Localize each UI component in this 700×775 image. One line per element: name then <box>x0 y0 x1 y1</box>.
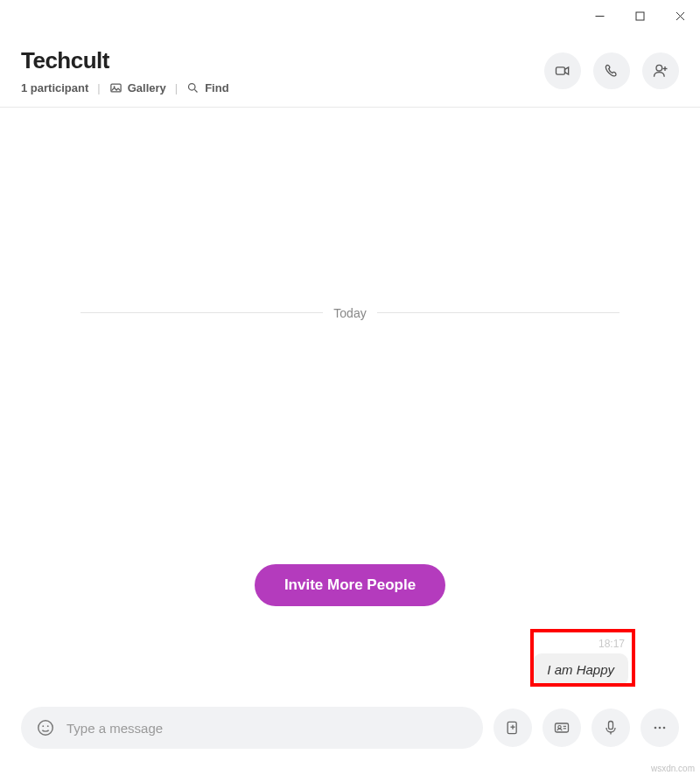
search-icon <box>186 81 200 94</box>
watermark: wsxdn.com <box>651 764 695 773</box>
svg-point-25 <box>659 727 662 730</box>
close-icon <box>676 11 685 21</box>
video-icon <box>554 62 571 80</box>
chat-title: Techcult <box>21 47 229 74</box>
date-label: Today <box>333 306 366 320</box>
voice-message-button[interactable] <box>592 709 630 747</box>
emoji-icon <box>36 718 55 737</box>
gallery-icon <box>109 81 122 94</box>
add-person-icon <box>652 62 669 80</box>
add-people-button[interactable] <box>642 52 679 89</box>
svg-point-26 <box>663 727 666 730</box>
input-container <box>21 707 483 749</box>
emoji-button[interactable] <box>33 716 58 740</box>
svg-rect-18 <box>556 723 569 732</box>
separator: | <box>97 81 100 94</box>
minimize-icon <box>595 11 605 21</box>
message-bubble[interactable]: I am Happy <box>533 653 628 686</box>
find-label: Find <box>205 81 228 94</box>
gallery-label: Gallery <box>128 81 166 94</box>
date-divider: Today <box>80 306 620 320</box>
contact-icon <box>553 719 570 737</box>
contact-card-button[interactable] <box>542 709 581 747</box>
more-icon <box>651 719 668 737</box>
svg-rect-1 <box>636 12 644 20</box>
gallery-button[interactable]: Gallery <box>109 81 166 94</box>
separator: | <box>175 81 178 94</box>
video-call-button[interactable] <box>544 52 581 89</box>
file-icon <box>504 719 522 737</box>
close-button[interactable] <box>660 2 700 30</box>
phone-icon <box>603 62 620 80</box>
minimize-button[interactable] <box>579 2 620 30</box>
outgoing-message-block: 18:17 I am Happy <box>21 638 679 686</box>
audio-call-button[interactable] <box>593 52 630 89</box>
maximize-button[interactable] <box>620 2 660 30</box>
chat-header: Techcult 1 participant | Gallery | Find <box>0 31 700 108</box>
svg-point-9 <box>656 65 662 71</box>
svg-point-24 <box>654 727 657 730</box>
svg-point-14 <box>47 725 49 727</box>
svg-point-6 <box>189 84 196 91</box>
invite-more-people-button[interactable]: Invite More People <box>255 564 445 606</box>
svg-rect-8 <box>556 67 565 74</box>
attach-file-button[interactable] <box>494 709 532 747</box>
maximize-icon <box>635 11 645 21</box>
chat-area: Today Invite More People 18:17 I am Happ… <box>0 108 700 707</box>
chat-subheader: 1 participant | Gallery | Find <box>21 81 229 94</box>
message-input[interactable] <box>58 721 476 736</box>
svg-rect-22 <box>609 722 613 730</box>
window-titlebar <box>0 0 700 31</box>
microphone-icon <box>602 719 620 737</box>
find-button[interactable]: Find <box>186 81 228 94</box>
svg-rect-15 <box>508 722 516 733</box>
svg-point-12 <box>38 721 53 736</box>
svg-rect-4 <box>111 84 121 92</box>
svg-point-19 <box>558 726 561 729</box>
message-time: 18:17 <box>598 638 625 650</box>
more-options-button[interactable] <box>640 709 679 747</box>
svg-point-13 <box>42 725 44 727</box>
message-composer <box>0 707 700 775</box>
participants-count[interactable]: 1 participant <box>21 81 88 94</box>
svg-line-7 <box>195 89 198 92</box>
